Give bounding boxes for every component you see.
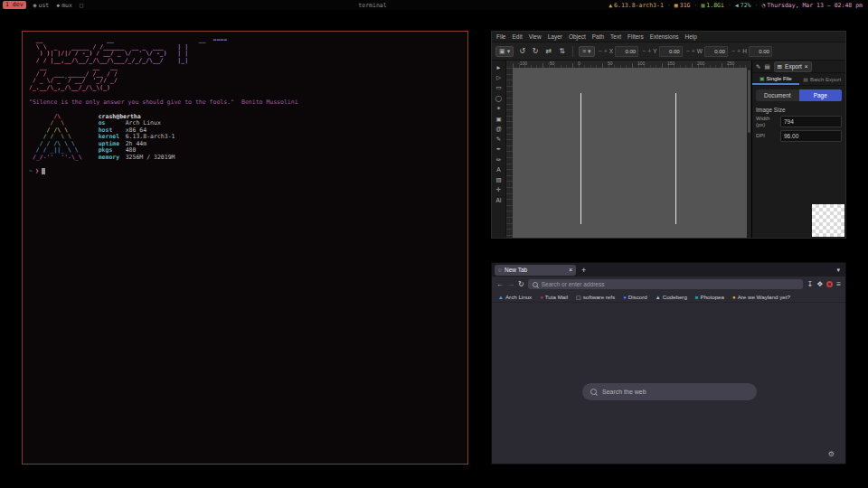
x-input[interactable]: 0.00 xyxy=(615,46,638,57)
menu-filters[interactable]: Filters xyxy=(627,33,644,40)
y-input[interactable]: 0.00 xyxy=(659,46,683,57)
dpi-input[interactable]: 96.00 xyxy=(780,130,842,142)
decrement-button[interactable]: − xyxy=(731,48,735,54)
system-info: crash@bertha osArch Linux hostx86_64 ker… xyxy=(99,114,175,162)
single-file-tab[interactable]: ▣ Single File xyxy=(752,73,799,85)
close-icon[interactable]: × xyxy=(569,267,572,273)
pencil-icon[interactable]: ✎ xyxy=(756,63,760,70)
bookmark-folder-software-refs[interactable]: ▢ software refs xyxy=(576,294,615,300)
workspace-label: ust xyxy=(39,2,50,9)
menu-file[interactable]: File xyxy=(496,33,505,40)
decrement-button[interactable]: − xyxy=(642,48,646,54)
batch-export-tab[interactable]: ▤ Batch Export xyxy=(799,73,846,85)
volume-text: 72% xyxy=(741,2,751,9)
bookmark-tuta-mail[interactable]: ● Tuta Mail xyxy=(540,294,568,300)
ellipse-tool[interactable]: ◯ xyxy=(495,95,502,102)
info-label: memory xyxy=(99,155,126,162)
bookmark-label: Are we Wayland yet? xyxy=(738,294,790,300)
bookmark-label: Arch Linux xyxy=(505,294,532,300)
node-tool[interactable]: ▷ xyxy=(496,74,501,81)
star-tool[interactable]: ✶ xyxy=(496,105,501,112)
menu-path[interactable]: Path xyxy=(592,33,604,40)
increment-button[interactable]: + xyxy=(604,48,608,54)
workspace-ust[interactable]: ◉ ust xyxy=(33,2,50,9)
forward-button[interactable]: → xyxy=(507,280,514,288)
back-button[interactable]: ← xyxy=(496,280,504,288)
decrement-button[interactable]: − xyxy=(686,48,690,54)
search-icon xyxy=(533,282,538,287)
box3d-tool[interactable]: ▣ xyxy=(495,116,501,123)
w-input[interactable]: 0.00 xyxy=(704,46,728,57)
document-button[interactable]: Document xyxy=(756,89,799,101)
ai-tool[interactable]: AI xyxy=(495,197,501,203)
image-icon: ▣ xyxy=(760,75,765,81)
calligraphy-tool[interactable]: ✏ xyxy=(496,156,501,164)
text-tool[interactable]: A xyxy=(496,166,500,173)
align-dropdown[interactable]: ≡ ▾ xyxy=(579,46,595,57)
extensions-button[interactable]: ❖ xyxy=(816,280,823,288)
rectangle-tool[interactable]: ▭ xyxy=(495,84,501,91)
new-tab-page: Search the web ⚙ xyxy=(492,303,845,464)
tool-controls-bar: ▣ ▾ ↺ ↻ ⇄ ⇅ ≡ ▾ − + X 0.00 − + Y 0.00 xyxy=(492,42,845,61)
shell-prompt[interactable]: ~ ❯ xyxy=(29,168,461,175)
decrement-button[interactable]: − xyxy=(599,48,602,54)
h-input[interactable]: 0.00 xyxy=(749,46,772,57)
page-button[interactable]: Page xyxy=(799,89,843,101)
downloads-button[interactable]: ↧ xyxy=(807,280,813,288)
workspace-empty[interactable]: □ xyxy=(80,2,83,9)
close-icon[interactable]: × xyxy=(805,63,808,70)
scrollbar-thumb[interactable] xyxy=(748,70,750,133)
gradient-tool[interactable]: ▧ xyxy=(495,176,501,183)
active-tab[interactable]: ○ New Tab × xyxy=(495,265,576,276)
pencil-tool[interactable]: ✎ xyxy=(496,136,501,143)
menu-extensions[interactable]: Extensions xyxy=(650,33,679,40)
selector-tool[interactable]: ► xyxy=(495,64,501,70)
spiral-tool[interactable]: @ xyxy=(495,126,502,132)
layers-icon[interactable]: ▤ xyxy=(764,63,769,70)
bookmark-codeberg[interactable]: ▲ Codeberg xyxy=(656,294,687,300)
list-tabs-chevron-icon[interactable]: ▾ xyxy=(836,267,840,274)
menu-edit[interactable]: Edit xyxy=(512,33,522,40)
menu-button[interactable]: ≡ xyxy=(836,280,841,288)
workspace-mux[interactable]: ◆ mux xyxy=(56,2,72,9)
ruler-label: 0 xyxy=(578,61,580,66)
terminal-window[interactable]: __ __ __ ==== \ \ _ _____ / /______ __ _… xyxy=(22,31,468,465)
dpi-field-row: DPI 96.00 xyxy=(756,130,842,142)
dropper-tool[interactable]: ✛ xyxy=(496,186,501,193)
selection-mode-dropdown[interactable]: ▣ ▾ xyxy=(495,46,514,57)
bookmark-are-we-wayland-yet[interactable]: ● Are we Wayland yet? xyxy=(732,294,790,300)
menu-help[interactable]: Help xyxy=(685,33,697,40)
export-mode-tabs: ▣ Single File ▤ Batch Export xyxy=(752,73,845,86)
menu-object[interactable]: Object xyxy=(569,33,586,40)
width-field-row: Width (px) 794 xyxy=(756,116,842,127)
ruler-label: 50 xyxy=(608,61,613,66)
bookmark-photopea[interactable]: ■ Photopea xyxy=(695,294,724,300)
bookmarks-bar: ▲ Arch Linux ● Tuta Mail ▢ software refs… xyxy=(492,292,845,303)
rotate-cw-button[interactable]: ↻ xyxy=(531,47,541,55)
menu-layer[interactable]: Layer xyxy=(548,33,562,40)
url-bar[interactable]: Search or enter address xyxy=(528,279,804,289)
menu-view[interactable]: View xyxy=(529,33,542,40)
extension-badge-icon[interactable] xyxy=(826,281,833,287)
status-segments: ▲ 6.13.8-arch3-1 · ▦ 31G · ▥ 1.8Gi · ◀ 7… xyxy=(609,2,863,9)
new-tab-button[interactable]: + xyxy=(581,266,586,275)
pen-tool[interactable]: ✒ xyxy=(496,145,501,153)
bookmark-discord[interactable]: ● Discord xyxy=(623,294,647,300)
flip-horizontal-button[interactable]: ⇄ xyxy=(544,47,554,55)
reload-button[interactable]: ↻ xyxy=(518,280,524,288)
gear-icon[interactable]: ⚙ xyxy=(828,450,835,458)
menu-text[interactable]: Text xyxy=(610,33,621,40)
rotate-ccw-button[interactable]: ↺ xyxy=(517,47,527,55)
flip-vertical-button[interactable]: ⇅ xyxy=(557,47,567,55)
bookmark-arch-linux[interactable]: ▲ Arch Linux xyxy=(498,294,532,300)
export-dock-tab[interactable]: ⊞ Export × xyxy=(774,61,812,72)
web-search-input[interactable]: Search the web xyxy=(582,383,757,400)
increment-button[interactable]: + xyxy=(647,48,651,54)
width-input[interactable]: 794 xyxy=(780,116,842,127)
increment-button[interactable]: + xyxy=(692,48,695,54)
bookmark-label: Discord xyxy=(628,294,647,300)
drawing-canvas[interactable] xyxy=(513,68,747,238)
workspace-dev[interactable]: 1 dev xyxy=(3,1,26,9)
navigation-bar: ← → ↻ Search or enter address ↧ ❖ ≡ xyxy=(492,277,845,292)
increment-button[interactable]: + xyxy=(737,48,741,54)
